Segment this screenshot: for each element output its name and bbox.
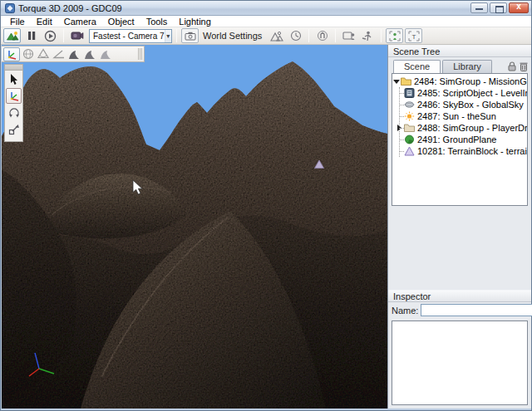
skybox-icon: [404, 100, 415, 110]
menu-bar: File Edit Camera Object Tools Lighting: [1, 16, 531, 27]
tree-row-groundplane[interactable]: 2491: GroundPlane: [392, 134, 527, 145]
folder-icon: [401, 76, 411, 86]
play-icon: [44, 30, 57, 42]
world-editor-icon: [6, 30, 19, 42]
sun-icon: [404, 111, 415, 121]
tree-row-thesun[interactable]: 2487: Sun - theSun: [392, 110, 527, 122]
menu-file[interactable]: File: [4, 16, 31, 27]
scene-tree-list: 2484: SimGroup - MissionGroup 2485: Scri…: [392, 73, 528, 206]
frame-text-button[interactable]: T: [405, 28, 422, 43]
application-window: Torque 3D 2009 - GDC09 File Edit Camera …: [0, 0, 532, 411]
maximize-button[interactable]: [490, 2, 507, 13]
folder-icon: [404, 123, 415, 133]
camera-mode-value: Fastest - Camera 7: [90, 32, 165, 41]
tree-row-globalsky[interactable]: 2486: SkyBox - GlobalSky: [392, 99, 527, 110]
camera-icon: [71, 31, 84, 41]
move-axes-tool-button[interactable]: [3, 47, 20, 61]
player-move-button[interactable]: [359, 28, 377, 43]
frame-player-icon: [389, 31, 401, 42]
select-tool-button[interactable]: [6, 71, 22, 87]
move-tool-button[interactable]: [6, 88, 22, 104]
toolbar-gripper[interactable]: [138, 48, 142, 60]
terrain-render: [2, 45, 387, 409]
tree-row-playerdroppoints[interactable]: 2488: SimGroup - PlayerDropPoints: [392, 122, 527, 134]
inspector-fields-area[interactable]: [392, 320, 528, 406]
toolbar-separator: [381, 29, 382, 42]
world-mountain-icon: [270, 31, 283, 42]
world-settings-label[interactable]: World Settings: [200, 31, 266, 41]
tree-row-levelinfo[interactable]: 2485: ScriptObject - LevelInfo: [392, 87, 527, 99]
menu-tools[interactable]: Tools: [140, 16, 174, 27]
hand-pointer-icon: [317, 30, 328, 42]
player-view-button[interactable]: [340, 28, 357, 43]
toolbar-separator: [63, 29, 64, 42]
cone-icon[interactable]: [37, 48, 50, 60]
terrain-tools-toolbar: [2, 46, 145, 62]
time-of-day-icon: [290, 30, 302, 42]
select-cursor-icon: [9, 74, 18, 86]
tree-row-missiongroup[interactable]: 2484: SimGroup - MissionGroup: [392, 76, 527, 87]
snapshot-camera-icon: [185, 32, 196, 41]
camera-mode-dropdown[interactable]: Fastest - Camera 7 ▾: [89, 29, 172, 43]
name-input[interactable]: [421, 304, 532, 316]
toolbar-separator: [176, 29, 177, 42]
pause-icon: [27, 31, 37, 41]
minimize-button[interactable]: [470, 2, 488, 13]
tree-row-terrainblock[interactable]: 10281: TerrainBlock - terrain: [392, 145, 527, 157]
app-icon: [5, 3, 15, 13]
name-label: Name:: [392, 306, 418, 316]
palette-drag-handle[interactable]: [5, 65, 22, 71]
player-move-icon: [362, 31, 374, 42]
menu-object[interactable]: Object: [102, 16, 140, 27]
expander-open-icon[interactable]: [392, 80, 400, 84]
chevron-down-icon[interactable]: ▾: [165, 30, 171, 42]
frame-player-button[interactable]: [386, 28, 403, 43]
menu-lighting[interactable]: Lighting: [173, 16, 217, 27]
move-axes-icon: [6, 49, 17, 60]
time-of-day-button[interactable]: [287, 28, 304, 43]
expander-closed-icon[interactable]: [396, 125, 403, 131]
angle-icon[interactable]: [52, 49, 66, 59]
transform-tool-palette: [4, 64, 23, 142]
main-toolbar: Fastest - Camera 7 ▾ World Settings: [1, 27, 531, 45]
toolbar-separator: [335, 29, 336, 42]
player-view-icon: [342, 31, 356, 42]
frame-text-icon: T: [408, 31, 420, 42]
snapshot-camera-button[interactable]: [181, 28, 199, 43]
svg-text:T: T: [411, 32, 416, 40]
script-icon: [404, 88, 415, 98]
pause-button[interactable]: [22, 28, 40, 43]
title-bar[interactable]: Torque 3D 2009 - GDC09: [1, 1, 531, 16]
toolbar-separator: [308, 29, 309, 42]
rotate-tool-button[interactable]: [6, 105, 22, 120]
scene-tree-tabs: Scene Library: [388, 57, 531, 73]
camera-button[interactable]: [68, 28, 86, 43]
hand-pointer-button[interactable]: [313, 28, 331, 43]
world-mountain-button[interactable]: [268, 28, 285, 43]
window-title: Torque 3D 2009 - GDC09: [18, 3, 470, 13]
move-axes-icon: [8, 91, 20, 101]
hill-soft-icon[interactable]: [68, 49, 81, 60]
scale-icon: [8, 124, 20, 135]
play-button[interactable]: [42, 28, 59, 43]
inspector-header[interactable]: Inspector: [388, 290, 531, 302]
menu-camera[interactable]: Camera: [58, 16, 102, 27]
trash-icon[interactable]: [520, 61, 528, 71]
terrain-icon: [404, 146, 415, 156]
scene-tree-header[interactable]: Scene Tree: [388, 45, 531, 57]
world-editor-button[interactable]: [3, 28, 21, 43]
viewport-3d[interactable]: [2, 45, 387, 409]
terrain-mountains: [2, 61, 387, 409]
globe-icon[interactable]: [22, 48, 34, 60]
groundplane-icon: [404, 135, 415, 144]
rotate-icon: [8, 107, 20, 119]
close-button[interactable]: [509, 2, 529, 13]
tab-library[interactable]: Library: [442, 60, 492, 73]
lock-icon[interactable]: [508, 61, 516, 71]
scale-tool-button[interactable]: [6, 121, 22, 137]
menu-edit[interactable]: Edit: [31, 16, 58, 27]
tab-scene[interactable]: Scene: [393, 60, 441, 73]
side-panel: Scene Tree Scene Library: [387, 45, 531, 409]
hill-medium-icon[interactable]: [84, 49, 97, 60]
hill-hard-icon[interactable]: [100, 49, 113, 60]
